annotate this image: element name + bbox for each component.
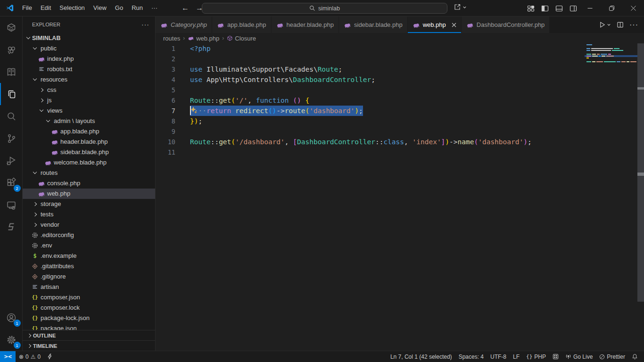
- code-line-11[interactable]: 11: [156, 147, 644, 157]
- tree-item-package-lock-json[interactable]: {}package-lock.json: [23, 313, 155, 323]
- run-debug-icon[interactable]: [0, 149, 23, 172]
- menu-go[interactable]: Go: [111, 2, 127, 14]
- accounts-icon[interactable]: 1: [0, 306, 23, 329]
- bolt-status-button[interactable]: [44, 352, 56, 362]
- section-outline[interactable]: OUTLINE: [23, 330, 155, 340]
- section-timeline[interactable]: TIMELINE: [23, 340, 155, 351]
- code-line-2[interactable]: 2: [156, 54, 644, 64]
- minimap[interactable]: [586, 44, 636, 65]
- tree-item-siminlab[interactable]: SIMINLAB: [23, 33, 155, 43]
- tree-item-composer-json[interactable]: {}composer.json: [23, 292, 155, 303]
- tab-category-php[interactable]: Category.php: [156, 16, 212, 33]
- tree-item-web-php[interactable]: web.php: [23, 189, 155, 199]
- tree-item-storage[interactable]: storage: [23, 199, 155, 209]
- tree-item-views[interactable]: views: [23, 106, 155, 116]
- editor-scrollbar[interactable]: [637, 43, 644, 302]
- settings-gear-icon[interactable]: 1: [0, 329, 23, 351]
- tree-item-package-json[interactable]: {}package.json: [23, 323, 155, 330]
- menu-more[interactable]: ···: [147, 2, 162, 14]
- code-line-4[interactable]: 4use App\Http\Controllers\DashboardContr…: [156, 74, 644, 85]
- breadcrumb-item-web-php[interactable]: web.php: [188, 35, 219, 42]
- tree-item-vendor[interactable]: vendor: [23, 220, 155, 230]
- breadcrumb-item-routes[interactable]: routes: [163, 35, 180, 42]
- tree-item-routes[interactable]: routes: [23, 168, 155, 178]
- tab-dashboardcontroller-php[interactable]: DashboardController.php: [462, 16, 550, 33]
- code-line-9[interactable]: 9: [156, 126, 644, 137]
- problems-status[interactable]: ⊗ 0 ⚠ 0: [16, 352, 44, 362]
- more-actions-icon[interactable]: ···: [629, 21, 638, 29]
- php-server[interactable]: [549, 352, 562, 362]
- tab-app-blade-php[interactable]: app.blade.php: [212, 16, 271, 33]
- tree-item-composer-lock[interactable]: {}composer.lock: [23, 303, 155, 313]
- toggle-panel-icon[interactable]: [555, 5, 563, 12]
- tab-header-blade-php[interactable]: header.blade.php: [272, 16, 339, 33]
- s-extension-icon[interactable]: [0, 216, 23, 238]
- breadcrumb-item-closure[interactable]: Closure: [227, 35, 256, 42]
- code-line-10[interactable]: 10Route::get('/dashboard', [DashboardCon…: [156, 137, 644, 147]
- code-line-5[interactable]: 5: [156, 85, 644, 95]
- eol[interactable]: LF: [510, 352, 523, 362]
- menu-selection[interactable]: Selection: [55, 2, 89, 14]
- tab-sidebar-blade-php[interactable]: sidebar.blade.php: [339, 16, 408, 33]
- tree-item-welcome-blade-php[interactable]: welcome.blade.php: [23, 157, 155, 168]
- tree-item-css[interactable]: css: [23, 85, 155, 95]
- book-docs-icon[interactable]: [0, 61, 23, 83]
- search-sidebar-icon[interactable]: [0, 105, 23, 127]
- customize-layout-icon[interactable]: [527, 5, 535, 12]
- tab-web-php[interactable]: web.php: [408, 16, 462, 33]
- split-editor-icon[interactable]: [617, 21, 624, 28]
- container-tools-icon[interactable]: [0, 16, 23, 39]
- toggle-primary-sidebar-icon[interactable]: [541, 5, 549, 12]
- notifications[interactable]: [628, 352, 641, 362]
- go-live[interactable]: Go Live: [562, 352, 596, 362]
- formatter-prettier[interactable]: Prettier: [596, 352, 628, 362]
- back-arrow-icon[interactable]: ←: [182, 4, 189, 12]
- remote-indicator[interactable]: ><: [0, 351, 16, 362]
- remote-explorer-icon[interactable]: [0, 194, 23, 216]
- menu-run[interactable]: Run: [127, 2, 147, 14]
- indentation[interactable]: Spaces: 4: [455, 352, 487, 362]
- tree-item-gitignore[interactable]: .gitignore: [23, 272, 155, 282]
- minimize-button[interactable]: [579, 0, 601, 16]
- close-tab-icon[interactable]: [452, 23, 456, 27]
- tree-item-app-blade-php[interactable]: app.blade.php: [23, 126, 155, 137]
- code-line-1[interactable]: 1<?php: [156, 43, 644, 54]
- tree-item-js[interactable]: js: [23, 95, 155, 106]
- tree-item-gitattributes[interactable]: .gitattributes: [23, 261, 155, 272]
- encoding[interactable]: UTF-8: [487, 352, 510, 362]
- tree-item-sidebar-blade-php[interactable]: sidebar.blade.php: [23, 147, 155, 157]
- command-center-search[interactable]: siminlab: [202, 3, 447, 14]
- menu-edit[interactable]: Edit: [36, 2, 55, 14]
- explorer-icon[interactable]: [0, 83, 23, 105]
- toggle-secondary-sidebar-icon[interactable]: [570, 5, 577, 12]
- copilot-sparkle-icon[interactable]: [190, 107, 198, 117]
- close-window-button[interactable]: [622, 0, 644, 16]
- tree-item-env[interactable]: .env: [23, 240, 155, 251]
- code-editor[interactable]: 1<?php23use Illuminate\Support\Facades\R…: [156, 43, 644, 351]
- tree-item-header-blade-php[interactable]: header.blade.php: [23, 137, 155, 147]
- tree-item-admin-layouts[interactable]: admin \ layouts: [23, 116, 155, 126]
- explorer-actions-button[interactable]: ···: [141, 21, 149, 28]
- code-line-3[interactable]: 3use Illuminate\Support\Facades\Route;: [156, 64, 644, 74]
- tree-item-tests[interactable]: tests: [23, 209, 155, 220]
- source-control-icon[interactable]: [0, 127, 23, 149]
- tree-item-robots-txt[interactable]: robots.txt: [23, 64, 155, 74]
- menu-view[interactable]: View: [89, 2, 111, 14]
- code-line-8[interactable]: 8});: [156, 116, 644, 126]
- tree-item-env-example[interactable]: $.env.example: [23, 251, 155, 261]
- tree-item-console-php[interactable]: console.php: [23, 178, 155, 189]
- tree-item-public[interactable]: public: [23, 43, 155, 54]
- tree-item-artisan[interactable]: artisan: [23, 282, 155, 292]
- copilot-menu-button[interactable]: [454, 3, 467, 11]
- run-php-button[interactable]: [599, 21, 611, 28]
- tree-item-index-php[interactable]: index.php: [23, 54, 155, 64]
- code-line-7[interactable]: 7····return redirect()->route('dashboard…: [156, 106, 644, 116]
- tree-item-resources[interactable]: resources: [23, 74, 155, 85]
- cursor-position[interactable]: Ln 7, Col 1 (42 selected): [387, 352, 455, 362]
- menu-file[interactable]: File: [18, 2, 36, 14]
- collab-extension-icon[interactable]: [0, 39, 23, 61]
- restore-button[interactable]: [601, 0, 622, 16]
- tree-item-editorconfig[interactable]: .editorconfig: [23, 230, 155, 240]
- code-line-6[interactable]: 6Route::get('/', function () {: [156, 95, 644, 106]
- language-mode[interactable]: {}PHP: [523, 352, 549, 362]
